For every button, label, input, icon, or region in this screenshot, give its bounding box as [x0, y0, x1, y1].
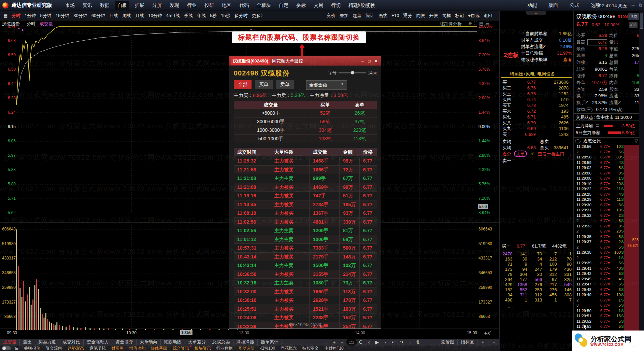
tool-超盘[interactable]: 超盘 — [350, 13, 363, 19]
panel-tab-－[interactable]: － — [488, 339, 499, 346]
amount-filter-dropdown[interactable]: 全部金额 ▼ — [306, 80, 347, 90]
chart-control-8[interactable]: ↷ — [398, 339, 406, 346]
indicator-tab-成交对比[interactable]: 成交对比 — [59, 339, 84, 346]
period-月线[interactable]: 月线 — [133, 13, 146, 19]
tool-竞价[interactable]: 竞价 — [325, 13, 338, 19]
indicator-tab-量比[interactable]: 量比 — [20, 339, 35, 346]
chart-control-6[interactable]: › — [381, 339, 389, 346]
tool-开资[interactable]: 开资 — [427, 13, 440, 19]
collapse-handle[interactable]: ︽ — [526, 11, 546, 15]
popup-tab-全部[interactable]: 全部 — [234, 80, 252, 89]
panel-tab-指标区[interactable]: 指标区 — [458, 339, 477, 346]
fn-tab-综合资讯[interactable]: 综合资讯 — [170, 346, 192, 351]
scrollbar[interactable] — [639, 11, 644, 331]
window-grid-icon[interactable]: ⊞ — [12, 346, 21, 351]
menu-item-自定[interactable]: 自定 — [277, 1, 290, 10]
menu-item-功能[interactable]: 功能 — [525, 1, 539, 10]
chart-control-7[interactable]: ↶ — [389, 339, 398, 346]
menu-item-委标[interactable]: 委标 — [294, 1, 308, 10]
fn-tab-小财神F10[interactable]: 小财神F10 — [321, 346, 346, 351]
menu-item-扩展[interactable]: 扩展 — [133, 1, 146, 10]
panel-tab-＋[interactable]: ＋ — [477, 339, 488, 346]
page-icon[interactable]: ▦ — [1, 13, 10, 18]
popup-close-icon[interactable]: ✕ — [373, 59, 380, 64]
fn-tab-资金流向[interactable]: 资金流向 — [43, 346, 65, 351]
chart-control-2[interactable]: 1:1 — [346, 339, 357, 346]
fn-tab-增值功能[interactable]: 增值功能 — [126, 346, 148, 351]
chart-control-9[interactable]: ↔ — [406, 339, 414, 346]
filter-icon[interactable]: ▽ — [634, 138, 638, 144]
period-多分时[interactable]: 多分时 — [232, 13, 250, 19]
tool-F10[interactable]: F10 — [389, 13, 401, 18]
qiandang-link[interactable]: 查看千档盘口 — [538, 151, 564, 156]
period-5秒[interactable]: 5秒 — [208, 13, 219, 19]
right-extend-label[interactable]: 右扩 — [484, 331, 492, 336]
period-15秒[interactable]: 15秒 — [219, 13, 232, 19]
back-icon[interactable]: ← — [621, 2, 629, 8]
period-1分钟[interactable]: 1分钟 — [23, 13, 38, 19]
tool-返回[interactable]: 返回 — [482, 13, 495, 19]
slider-knob[interactable] — [351, 71, 354, 74]
sector-tag[interactable]: 电网 — [628, 13, 639, 20]
dadan-link[interactable]: 大单 — [514, 151, 527, 157]
fn-tab-持股基金[interactable]: 持股基金 — [300, 346, 321, 351]
panel-tab-竞价图[interactable]: 竞价图 — [438, 339, 458, 346]
indicator-tab-净挂净撤[interactable]: 净挂净撤 — [233, 339, 258, 346]
popup-tab-卖单[interactable]: 卖单 — [276, 80, 294, 89]
period-年线[interactable]: 年线 — [195, 13, 208, 19]
period-更多〉[interactable]: 更多〉 — [250, 13, 267, 19]
tool-画线[interactable]: 画线 — [376, 13, 389, 19]
fn-tab-行业数据[interactable]: 行业数据 — [214, 346, 235, 351]
fn-tab-财富黑[interactable]: 财富黑 — [109, 346, 126, 351]
period-周线[interactable]: 周线 — [120, 13, 133, 19]
restore-icon[interactable]: ⧉ — [638, 2, 643, 8]
menu-item-行业[interactable]: 行业 — [185, 1, 199, 10]
scrollbar-thumb[interactable] — [640, 13, 643, 29]
popup-maximize-icon[interactable]: □ — [366, 59, 373, 64]
period-日线[interactable]: 日线 — [107, 13, 120, 19]
indicator-tab-买卖力道[interactable]: 买卖力道 — [35, 339, 59, 346]
limit-analysis-link[interactable]: 涨跌停分析 — [440, 21, 462, 27]
popup-toggle[interactable] — [2, 346, 11, 350]
menu-item-资讯[interactable]: 资讯 — [81, 1, 94, 10]
indicator-tab-资金驱动力[interactable]: 资金驱动力 — [84, 339, 112, 346]
period-15分钟[interactable]: 15分钟 — [54, 13, 71, 19]
fn-tab-板块资讯[interactable]: 板块资讯 — [192, 346, 214, 351]
chart-control-5[interactable]: ▶ — [373, 339, 381, 346]
indicator-tab-大单动向[interactable]: 大单动向 — [137, 339, 161, 346]
chart-control-1[interactable]: － — [338, 339, 346, 346]
fn-tab-短线基因[interactable]: 短线基因 — [148, 346, 170, 351]
chevron-circle-icon[interactable]: ⌄ — [575, 139, 581, 143]
menu-item-发现[interactable]: 发现 — [168, 1, 181, 10]
menu-item-投研[interactable]: 投研 — [202, 1, 216, 10]
indicator-tab-撤单累计[interactable]: 撤单累计 — [258, 339, 282, 346]
period-分时[interactable]: 分时 — [10, 13, 23, 19]
menu-item-版面[interactable]: 版面 — [546, 1, 560, 10]
popup-minimize-icon[interactable]: ─ — [359, 59, 366, 64]
tool-+自选[interactable]: +自选 — [466, 13, 482, 19]
slider-track[interactable] — [339, 72, 366, 73]
indicator-tab-大单差分[interactable]: 大单差分 — [185, 339, 209, 346]
period-45日线[interactable]: 45日线 — [164, 13, 182, 19]
tool-叠加[interactable]: 叠加 — [338, 13, 350, 19]
period-10分钟[interactable]: 10分钟 — [146, 13, 164, 19]
period-季线[interactable]: 季线 — [182, 13, 195, 19]
tool-统计[interactable]: 统计 — [363, 13, 376, 19]
sector-tags[interactable]: 特高压+风电+电网设备 — [510, 71, 571, 77]
tool-标记[interactable]: 标记 — [453, 13, 466, 19]
menu-item-市场[interactable]: 市场 — [63, 1, 77, 10]
fn-tab-关联报价[interactable]: 关联报价 — [21, 346, 43, 351]
fn-tab-互动调研[interactable]: 互动调研 — [235, 346, 257, 351]
fn-tab-逐笔委托[interactable]: 逐笔委托 — [87, 346, 109, 351]
menu-item-交易[interactable]: 交易 — [312, 1, 325, 10]
menu-item-数据[interactable]: 数据 — [98, 1, 112, 10]
indicator-tab-资金博弈[interactable]: 资金博弈 — [112, 339, 137, 346]
indicator-tab-成交量[interactable]: 成交量 — [0, 339, 20, 346]
more-ellipsis[interactable]: .... — [508, 304, 513, 309]
menu-item-代码[interactable]: 代码 — [237, 1, 251, 10]
tool-简框[interactable]: 简框 — [440, 13, 453, 19]
chart-control-10[interactable]: ⇅ — [414, 339, 422, 346]
zhufen-link[interactable]: 逐分 — [502, 151, 511, 156]
menu-item-全板块[interactable]: 全板块 — [255, 1, 273, 10]
menu-item-公式[interactable]: 公式 — [568, 1, 581, 10]
